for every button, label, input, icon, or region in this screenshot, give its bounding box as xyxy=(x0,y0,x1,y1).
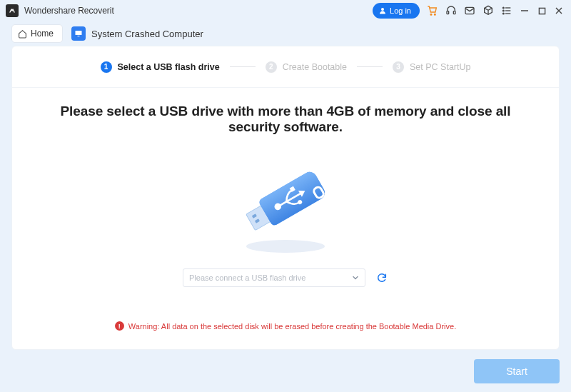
app-title: Wondershare Recoverit xyxy=(24,6,114,16)
svg-point-8 xyxy=(502,10,504,11)
step-2-label: Create Bootable xyxy=(283,62,347,72)
headset-icon[interactable] xyxy=(445,5,457,16)
svg-rect-4 xyxy=(453,11,455,14)
refresh-icon xyxy=(376,272,388,283)
wizard-stepper: 1 Select a USB flash drive 2 Create Boot… xyxy=(12,46,559,88)
title-bar: Wondershare Recoverit Log in xyxy=(0,0,571,21)
svg-point-0 xyxy=(381,8,384,11)
monitor-icon xyxy=(71,26,86,41)
maximize-button[interactable] xyxy=(537,6,547,16)
step-1: 1 Select a USB flash drive xyxy=(101,61,220,73)
close-button[interactable] xyxy=(554,6,564,16)
home-icon xyxy=(18,29,27,39)
svg-rect-17 xyxy=(78,36,80,36)
cart-icon[interactable] xyxy=(427,5,438,16)
mail-icon[interactable] xyxy=(464,5,475,16)
home-button[interactable]: Home xyxy=(11,24,63,43)
usb-illustration xyxy=(225,148,346,258)
minimize-button[interactable] xyxy=(520,6,530,16)
start-button[interactable]: Start xyxy=(474,359,560,383)
step-2: 2 Create Bootable xyxy=(266,61,347,73)
svg-point-24 xyxy=(274,203,281,211)
svg-point-6 xyxy=(502,7,504,9)
chevron-down-icon xyxy=(352,274,359,281)
svg-point-2 xyxy=(434,14,435,15)
svg-rect-13 xyxy=(539,8,545,14)
svg-rect-3 xyxy=(447,11,449,14)
warning-message: ! Warning: All data on the selected disk… xyxy=(34,321,537,331)
main-panel: 1 Select a USB flash drive 2 Create Boot… xyxy=(11,46,560,350)
list-icon[interactable] xyxy=(501,5,512,16)
step-divider xyxy=(230,66,256,67)
breadcrumb-current: System Crashed Computer xyxy=(71,26,203,41)
user-icon xyxy=(378,6,387,15)
step-1-label: Select a USB flash drive xyxy=(118,62,220,72)
svg-point-1 xyxy=(430,14,432,15)
svg-rect-16 xyxy=(76,31,82,35)
breadcrumb: Home System Crashed Computer xyxy=(0,21,571,46)
warning-icon: ! xyxy=(115,321,124,331)
step-divider xyxy=(357,66,383,67)
step-3: 3 Set PC StartUp xyxy=(393,61,470,73)
select-placeholder: Please connect a USB flash drive xyxy=(189,273,305,282)
step-3-label: Set PC StartUp xyxy=(410,62,470,72)
usb-drive-select[interactable]: Please connect a USB flash drive xyxy=(183,268,365,287)
login-button[interactable]: Log in xyxy=(373,3,420,19)
refresh-button[interactable] xyxy=(375,271,388,284)
svg-point-18 xyxy=(246,240,325,253)
svg-point-10 xyxy=(502,13,504,14)
cube-icon[interactable] xyxy=(482,5,494,16)
app-logo-icon xyxy=(6,4,19,17)
page-headline: Please select a USB drive with more than… xyxy=(34,104,537,135)
